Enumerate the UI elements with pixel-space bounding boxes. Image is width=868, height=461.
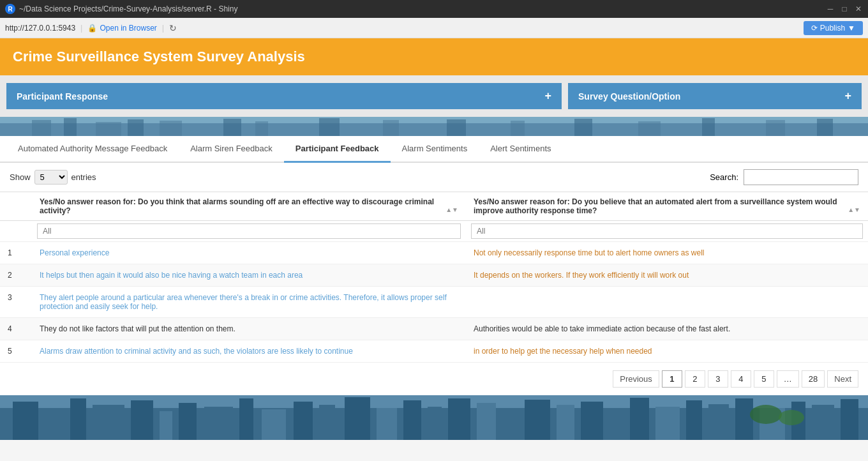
svg-rect-51: [841, 399, 858, 440]
svg-rect-3: [64, 118, 77, 136]
svg-rect-30: [294, 402, 313, 440]
table-header-row: Yes/No answer reason for: Do you think t…: [0, 192, 868, 221]
svg-rect-43: [630, 398, 649, 440]
col2-sort-icon[interactable]: ▲▼: [848, 206, 860, 213]
tab-alarm-siren[interactable]: Alarm Siren Feedback: [179, 136, 284, 163]
row-col2: in order to help get the necessary help …: [466, 340, 868, 363]
svg-rect-50: [812, 405, 834, 440]
address-bar: http://127.0.0.1:5943 | 🔒 Open in Browse…: [0, 18, 868, 38]
next-button[interactable]: Next: [827, 370, 858, 388]
minimize-button[interactable]: ─: [826, 4, 835, 13]
svg-rect-40: [557, 405, 574, 440]
row-col1: Personal experience: [32, 242, 466, 264]
chevron-down-icon: ▼: [848, 24, 855, 33]
svg-rect-10: [383, 120, 399, 136]
entries-select[interactable]: 5 10 25 50 100: [34, 170, 68, 185]
svg-rect-4: [96, 122, 121, 136]
svg-rect-42: [610, 408, 624, 440]
table-controls: Show 5 10 25 50 100 entries Search:: [0, 163, 868, 192]
svg-rect-39: [525, 400, 550, 440]
table-body: 1 Personal experience Not only necessari…: [0, 242, 868, 363]
maximize-button[interactable]: □: [840, 4, 849, 13]
table-row: 1 Personal experience Not only necessari…: [0, 242, 868, 264]
row-col2: Authorities would be able to take immedi…: [466, 318, 868, 340]
app-title: Crime Surveillance System Survey Analysi…: [13, 49, 305, 64]
participant-response-panel[interactable]: Participant Response +: [6, 83, 562, 109]
svg-point-52: [750, 405, 782, 424]
svg-rect-20: [13, 402, 38, 440]
row-num: 2: [0, 264, 32, 287]
svg-rect-9: [319, 118, 340, 136]
col1-filter-input[interactable]: [37, 223, 461, 239]
filter-num-cell: [0, 221, 32, 242]
bottom-city-banner: [0, 395, 868, 440]
page-1-button[interactable]: 1: [662, 370, 682, 388]
url-display[interactable]: http://127.0.0.1:5943: [5, 24, 75, 33]
survey-question-panel[interactable]: Survey Question/Option +: [568, 83, 862, 109]
main-content: Automated Authority Message Feedback Ala…: [0, 136, 868, 395]
entries-label: entries: [71, 172, 96, 182]
row-num: 3: [0, 287, 32, 318]
previous-button[interactable]: Previous: [613, 370, 659, 388]
svg-rect-6: [160, 121, 182, 136]
title-bar: R ~/Data Science Projects/Crime-Survey-A…: [0, 0, 868, 18]
row-col1: It helps but then again it would also be…: [32, 264, 466, 287]
open-in-browser-link[interactable]: 🔒 Open in Browser: [87, 24, 156, 33]
search-input[interactable]: [744, 169, 858, 185]
svg-rect-22: [70, 398, 86, 440]
filter-row: [0, 221, 868, 242]
svg-rect-25: [160, 411, 172, 440]
r-icon: R: [5, 4, 15, 14]
tab-alarm-sentiments[interactable]: Alarm Sentiments: [391, 136, 479, 163]
search-label: Search:: [710, 172, 738, 182]
page-ellipsis: …: [777, 370, 799, 388]
col1-header[interactable]: Yes/No answer reason for: Do you think t…: [32, 192, 466, 221]
page-3-button[interactable]: 3: [708, 370, 728, 388]
svg-rect-34: [403, 400, 421, 440]
svg-rect-7: [223, 119, 241, 136]
svg-rect-31: [319, 405, 335, 440]
col2-header[interactable]: Yes/No answer reason for: Do you believe…: [466, 192, 868, 221]
col-num-header: [0, 192, 32, 221]
row-num: 1: [0, 242, 32, 264]
row-col1: They do not like factors that will put t…: [32, 318, 466, 340]
close-button[interactable]: ✕: [854, 4, 863, 13]
survey-question-label: Survey Question/Option: [578, 91, 680, 102]
survey-question-plus[interactable]: +: [844, 89, 851, 103]
col1-sort-icon[interactable]: ▲▼: [445, 206, 458, 213]
panel-row: Participant Response + Survey Question/O…: [0, 75, 868, 117]
svg-rect-2: [32, 120, 51, 136]
tab-participant-feedback[interactable]: Participant Feedback: [284, 136, 391, 163]
svg-rect-28: [239, 398, 253, 440]
tab-bar: Automated Authority Message Feedback Ala…: [0, 136, 868, 163]
svg-rect-32: [345, 397, 370, 440]
page-4-button[interactable]: 4: [731, 370, 751, 388]
show-label: Show: [10, 172, 31, 182]
lock-icon: 🔒: [87, 24, 97, 33]
svg-rect-29: [262, 409, 286, 440]
svg-rect-24: [131, 400, 153, 440]
publish-button[interactable]: ⟳ Publish ▼: [804, 21, 863, 35]
page-2-button[interactable]: 2: [685, 370, 705, 388]
row-num: 4: [0, 318, 32, 340]
tab-automated-authority[interactable]: Automated Authority Message Feedback: [6, 136, 179, 163]
svg-rect-26: [179, 403, 197, 440]
page-5-button[interactable]: 5: [754, 370, 774, 388]
svg-rect-45: [686, 400, 702, 440]
svg-rect-33: [377, 408, 397, 440]
svg-rect-11: [447, 119, 466, 136]
col2-filter-input[interactable]: [471, 223, 863, 239]
svg-rect-15: [702, 118, 715, 136]
svg-rect-16: [766, 120, 785, 136]
svg-rect-46: [708, 404, 729, 440]
svg-rect-37: [477, 403, 496, 440]
filter-col1-cell: [32, 221, 466, 242]
refresh-button[interactable]: ↻: [169, 23, 177, 33]
tab-alert-sentiments[interactable]: Alert Sentiments: [479, 136, 562, 163]
participant-response-plus[interactable]: +: [544, 89, 551, 103]
svg-rect-36: [448, 398, 470, 440]
table-row: 5 Alarms draw attention to criminal acti…: [0, 340, 868, 363]
svg-rect-12: [511, 121, 525, 136]
page-28-button[interactable]: 28: [802, 370, 825, 388]
svg-rect-38: [502, 409, 518, 440]
